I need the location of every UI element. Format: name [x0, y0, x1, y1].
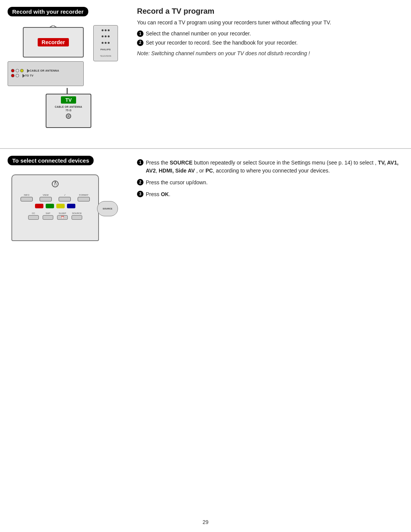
color-btn-blue	[67, 204, 75, 208]
remote-dots-row-3	[102, 42, 110, 44]
conn-arrow-1	[27, 69, 30, 73]
btn-group-view: VIEW	[40, 194, 52, 201]
source-remote: SOURCE	[97, 201, 118, 216]
tv-box: TV CABLE OR ANTENNA 75 Ω	[46, 94, 91, 128]
conn-label-cable: CABLE OR ANTENNA	[30, 69, 59, 72]
antenna-port	[66, 113, 71, 119]
color-btn-green	[46, 204, 54, 208]
tv-front-box: INFO VIEW ✓ FORMAT	[11, 174, 99, 241]
select-left: To select connected devices INFO	[8, 156, 126, 262]
tv-label: TV	[61, 96, 76, 104]
select-step-3-text: Press OK.	[146, 190, 170, 198]
bottom-btn-row: CC SAP SLEEP ⏰ SOURCE	[28, 212, 82, 220]
btn-group-format: FORMAT	[78, 194, 90, 201]
connector-row-tv: TO TV	[11, 74, 80, 78]
tv-remote-diagram: INFO VIEW ✓ FORMAT	[8, 174, 118, 262]
select-step-1-text: Press the SOURCE button repeatedly or se…	[146, 159, 403, 175]
remote-dots-row-2	[102, 35, 110, 37]
select-header: To select connected devices	[8, 156, 94, 165]
record-step-1-text: Select the channel number on your record…	[146, 30, 251, 38]
color-btn-row	[35, 204, 75, 208]
antenna-port-inner	[68, 115, 69, 117]
remote-dot	[105, 42, 107, 44]
record-left: Record with your recorder Recorder	[8, 7, 126, 141]
record-title: Record a TV program	[137, 7, 403, 16]
record-intro: You can record a TV program using your r…	[137, 19, 403, 26]
btn-sleep: ⏰	[57, 215, 68, 220]
remote-dot	[108, 42, 110, 44]
remote-dot	[105, 29, 107, 31]
recorder-diagram: Recorder	[8, 23, 118, 141]
record-note: Note: Switching channel numbers on your …	[137, 50, 403, 57]
btn-label-cc: CC	[32, 212, 35, 214]
page-container: Record with your recorder Recorder	[0, 0, 411, 532]
ohms-label: 75 Ω	[65, 109, 71, 112]
select-right: 1 Press the SOURCE button repeatedly or …	[126, 156, 403, 202]
conn-arrow-2	[22, 74, 25, 78]
remote-dot	[105, 35, 107, 37]
recorder-box: Recorder	[23, 27, 84, 58]
btn-cc	[28, 215, 39, 220]
btn-label-source: SOURCE	[72, 212, 82, 214]
remote-buttons-grid: INFO VIEW ✓ FORMAT	[21, 193, 90, 201]
btn-format	[78, 197, 90, 201]
record-step-2: 2 Set your recorder to record. See the h…	[137, 39, 403, 47]
record-step-2-text: Set your recorder to record. See the han…	[146, 39, 298, 47]
btn-label-format: FORMAT	[79, 194, 89, 196]
remote-dot	[102, 35, 104, 37]
record-section: Record with your recorder Recorder	[0, 0, 411, 149]
conn-circle-white	[16, 69, 19, 72]
btn-label-check: ✓	[64, 193, 66, 196]
remote-box: PHILIPS TELEVISION	[93, 25, 118, 61]
record-step-1: 1 Select the channel number on your reco…	[137, 30, 403, 38]
btn-label-sleep: SLEEP	[59, 212, 66, 214]
select-step-2-text: Press the cursor up/down.	[146, 179, 208, 187]
remote-dots-row-1	[102, 29, 110, 31]
step-num-2: 2	[137, 40, 143, 46]
select-section: To select connected devices INFO	[0, 149, 411, 269]
power-button	[52, 181, 59, 187]
btn-label-view: VIEW	[43, 194, 48, 196]
select-step-num-3: 3	[137, 191, 143, 197]
select-step-1: 1 Press the SOURCE button repeatedly or …	[137, 159, 403, 175]
record-header: Record with your recorder	[8, 7, 88, 16]
btn-group-info: INFO	[21, 194, 33, 201]
select-step-num-2: 2	[137, 179, 143, 185]
page-number: 29	[202, 519, 209, 525]
btn-view	[40, 197, 52, 201]
power-icon	[54, 182, 56, 185]
btn-source	[72, 215, 82, 220]
select-step-3: 3 Press OK.	[137, 190, 403, 198]
conn-label-tv: TO TV	[25, 74, 33, 77]
btn-label-sap: SAP	[46, 212, 50, 214]
record-right: Record a TV program You can record a TV …	[126, 7, 403, 61]
cable-antenna-label: CABLE OR ANTENNA	[55, 105, 82, 108]
source-remote-label: SOURCE	[103, 208, 113, 210]
btn-label-info: INFO	[24, 194, 29, 196]
connector-row-cable: CABLE OR ANTENNA	[11, 69, 80, 73]
color-btn-red	[35, 204, 43, 208]
record-steps: 1 Select the channel number on your reco…	[137, 30, 403, 46]
connector-circles-2	[11, 74, 19, 77]
btn-col-source: SOURCE	[72, 212, 82, 220]
conn-circle-red	[11, 69, 14, 72]
remote-dot	[108, 29, 110, 31]
remote-dot	[108, 35, 110, 37]
select-step-2: 2 Press the cursor up/down.	[137, 179, 403, 187]
remote-dot	[102, 29, 104, 31]
step-num-1: 1	[137, 30, 143, 37]
connector-block: CABLE OR ANTENNA TO TV	[8, 61, 84, 86]
btn-col-cc: CC	[28, 212, 39, 220]
remote-brand-sub: TELEVISION	[100, 55, 111, 57]
btn-group-check: ✓	[59, 193, 71, 201]
conn-circle-white-2	[16, 74, 19, 77]
recorder-label: Recorder	[38, 38, 68, 46]
connector-circles-1	[11, 69, 24, 72]
btn-sap	[43, 215, 53, 220]
btn-check	[59, 197, 71, 201]
btn-col-sap: SAP	[43, 212, 53, 220]
color-btn-yellow	[56, 204, 65, 208]
conn-circle-yellow	[20, 69, 24, 72]
conn-circle-red-2	[11, 74, 14, 77]
remote-brand: PHILIPS	[100, 48, 111, 51]
